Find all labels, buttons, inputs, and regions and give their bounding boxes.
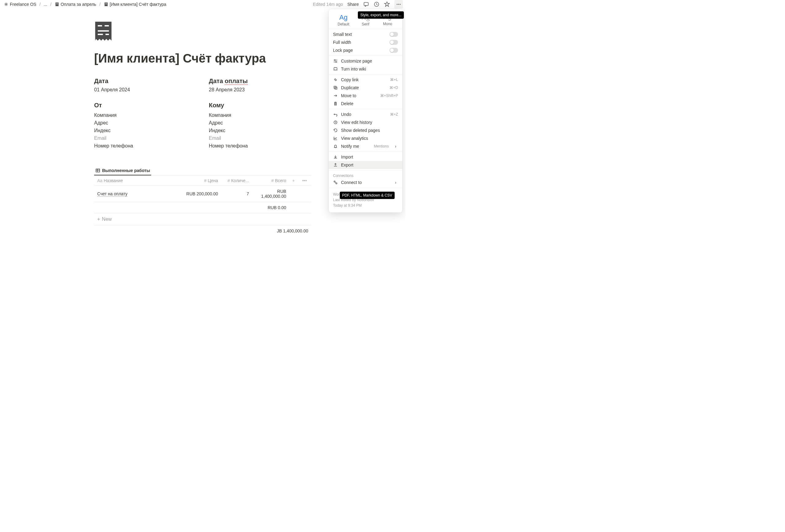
table-row[interactable]: RUB 0.00 (94, 202, 311, 213)
sliders-icon (333, 58, 338, 64)
menu-show-deleted[interactable]: Show deleted pages (329, 126, 402, 134)
svg-rect-18 (96, 169, 100, 172)
from-index[interactable]: Индекс (94, 128, 197, 133)
breadcrumb-parent[interactable]: Оплата за апрель (53, 1, 98, 7)
col-name[interactable]: AaНазвание (94, 176, 181, 186)
table-row[interactable]: Счет на оплату RUB 200,000.00 7 RUB 1,40… (94, 186, 311, 202)
svg-rect-14 (105, 25, 109, 26)
database-tab-label: Выполненные работы (102, 168, 150, 173)
menu-turn-wiki[interactable]: Turn into wiki (329, 65, 402, 73)
more-button[interactable] (394, 0, 403, 8)
menu-full-width[interactable]: Full width (329, 38, 402, 46)
connection-icon (333, 180, 338, 185)
to-label: Кому (209, 102, 311, 109)
date-value[interactable]: 01 Апреля 2024 (94, 87, 197, 93)
row-price[interactable]: RUB 200,000.00 (181, 186, 221, 202)
menu-duplicate[interactable]: Duplicate ⌘+D (329, 84, 402, 92)
menu-copy-link[interactable]: Copy link ⌘+L (329, 76, 402, 84)
menu-analytics[interactable]: View analytics (329, 134, 402, 142)
svg-point-29 (336, 183, 337, 184)
edited-label: Edited 14m ago (313, 2, 343, 7)
restore-icon (333, 128, 338, 133)
menu-export[interactable]: Export (329, 161, 402, 169)
col-qty[interactable]: #Количе... (221, 176, 252, 186)
comments-icon[interactable] (363, 1, 369, 7)
from-address[interactable]: Адрес (94, 120, 197, 126)
add-column[interactable]: + (289, 176, 299, 186)
to-phone[interactable]: Номер телефона (209, 143, 311, 149)
menu-notify[interactable]: Notify me Mentions › (329, 142, 402, 150)
table-more[interactable]: ••• (299, 176, 311, 186)
clock-icon[interactable] (374, 1, 380, 7)
menu-edit-history[interactable]: View edit history (329, 118, 402, 126)
breadcrumb-sep: / (99, 2, 101, 7)
trash-icon (333, 101, 338, 106)
page-content: [Имя клиента] Счёт фактура Дата 01 Апрел… (94, 21, 311, 236)
page-icon[interactable] (94, 21, 112, 42)
from-phone[interactable]: Номер телефона (94, 143, 197, 149)
svg-rect-4 (56, 4, 58, 4)
col-total[interactable]: #Всего (252, 176, 289, 186)
breadcrumb-sep: / (50, 2, 52, 7)
svg-point-23 (334, 60, 335, 61)
from-company[interactable]: Компания (94, 112, 197, 118)
from-email[interactable]: Email (94, 135, 197, 141)
import-icon (333, 155, 338, 159)
arrow-right-icon (333, 93, 338, 98)
breadcrumb-root[interactable]: Freelance OS (2, 1, 37, 7)
receipt-icon (55, 2, 59, 7)
svg-rect-7 (105, 4, 107, 4)
breadcrumb-ellipsis[interactable]: ... (42, 1, 48, 7)
menu-customize[interactable]: Customize page (329, 57, 402, 65)
to-company[interactable]: Компания (209, 112, 311, 118)
menu-move-to[interactable]: Move to ⌘+Shift+P (329, 92, 402, 100)
svg-point-12 (400, 4, 401, 5)
svg-rect-3 (56, 3, 58, 3)
breadcrumb-parent-label: Оплата за апрель (61, 2, 96, 7)
breadcrumb: Freelance OS / ... / Оплата за апрель / … (2, 1, 313, 7)
svg-rect-16 (98, 34, 103, 35)
duplicate-icon (333, 85, 338, 90)
database-tab-table[interactable]: Выполненные работы (94, 166, 151, 175)
svg-point-28 (334, 181, 335, 182)
svg-point-10 (397, 4, 398, 5)
tooltip-export: PDF, HTML, Markdown & CSV (340, 192, 395, 199)
to-index[interactable]: Индекс (209, 128, 311, 133)
link-icon (333, 77, 338, 82)
breadcrumb-current-label: [Имя клиента] Счёт фактура (110, 2, 167, 7)
chart-icon (333, 136, 338, 141)
menu-lock-page[interactable]: Lock page (329, 46, 402, 54)
breadcrumb-current[interactable]: [Имя клиента] Счёт фактура (102, 1, 168, 7)
toggle[interactable] (389, 32, 398, 37)
menu-import[interactable]: Import (329, 153, 402, 161)
row-total[interactable]: RUB 0.00 (252, 202, 289, 213)
new-row-button[interactable]: + New (94, 213, 311, 225)
row-qty[interactable]: 7 (221, 186, 252, 202)
col-price[interactable]: #Цена (181, 176, 221, 186)
star-icon[interactable] (384, 1, 390, 7)
font-default[interactable]: Ag Default (334, 14, 353, 26)
svg-line-30 (335, 182, 336, 183)
to-address[interactable]: Адрес (209, 120, 311, 126)
menu-delete[interactable]: Delete (329, 100, 402, 108)
breadcrumb-sep: / (39, 2, 41, 7)
receipt-icon (104, 2, 108, 7)
share-button[interactable]: Share (348, 2, 359, 7)
to-email[interactable]: Email (209, 135, 311, 141)
menu-small-text[interactable]: Small text (329, 30, 402, 38)
svg-rect-8 (364, 2, 368, 5)
row-name[interactable]: Счет на оплату (97, 191, 128, 197)
svg-point-11 (398, 4, 399, 5)
topbar: Freelance OS / ... / Оплата за апрель / … (0, 0, 405, 8)
chevron-right-icon: › (393, 144, 398, 149)
undo-icon (333, 112, 338, 117)
page-title[interactable]: [Имя клиента] Счёт фактура (94, 52, 311, 65)
toggle[interactable] (389, 40, 398, 45)
row-total[interactable]: RUB 1,400,000.00 (252, 186, 289, 202)
topbar-actions: Edited 14m ago Share (313, 0, 403, 8)
svg-point-1 (5, 3, 7, 5)
menu-undo[interactable]: Undo ⌘+Z (329, 110, 402, 118)
menu-connect-to[interactable]: Connect to › (329, 178, 402, 186)
toggle[interactable] (389, 48, 398, 53)
paydate-value[interactable]: 28 Апреля 2023 (209, 87, 311, 93)
